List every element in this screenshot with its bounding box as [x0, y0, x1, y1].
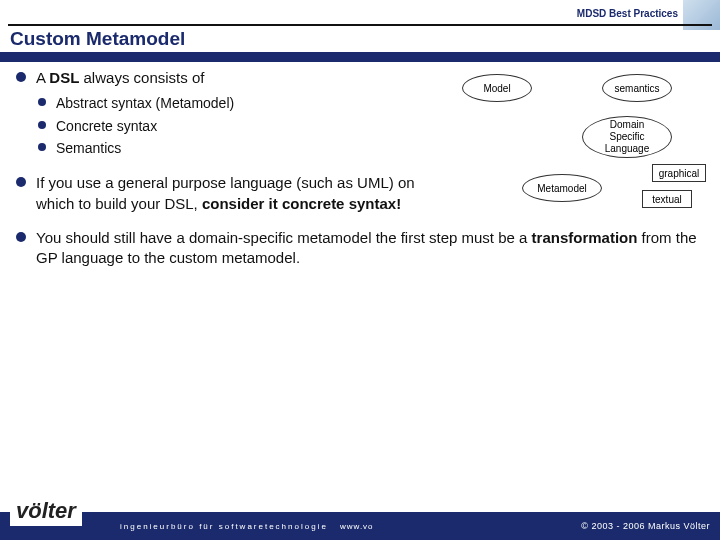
- bullet-3-pre: You should still have a domain-specific …: [36, 229, 532, 246]
- bullet-3: You should still have a domain-specific …: [14, 228, 706, 269]
- logo-text: völter: [16, 498, 76, 523]
- bullet-1-post: always consists of: [79, 69, 204, 86]
- footer-url: www.vo: [340, 522, 374, 531]
- logo: völter: [10, 496, 82, 526]
- slide-title: Custom Metamodel: [10, 28, 185, 50]
- diagram-textual: textual: [642, 190, 692, 208]
- diagram-model: Model: [462, 74, 532, 102]
- bullet-2-bold: consider it concrete syntax!: [202, 195, 401, 212]
- diagram-metamodel: Metamodel: [522, 174, 602, 202]
- diagram-dsl: Domain Specific Language: [582, 116, 672, 158]
- bullet-1-sub-3: Semantics: [36, 137, 416, 159]
- footer-copyright: © 2003 - 2006 Markus Völter: [581, 521, 710, 531]
- bullet-1-sub-1: Abstract syntax (Metamodel): [36, 92, 416, 114]
- bullet-1-sub-2: Concrete syntax: [36, 115, 416, 137]
- slide: MDSD Best Practices Custom Metamodel A D…: [0, 0, 720, 540]
- footer: ingenieurbüro für softwaretechnologie ww…: [0, 512, 720, 540]
- title-underline: [0, 52, 720, 62]
- header-label: MDSD Best Practices: [577, 8, 678, 19]
- bullet-1-bold: DSL: [49, 69, 79, 86]
- bullet-1-pre: A: [36, 69, 49, 86]
- bullet-3-bold: transformation: [532, 229, 638, 246]
- footer-tagline: ingenieurbüro für softwaretechnologie: [120, 522, 328, 531]
- title-divider: [8, 24, 712, 26]
- diagram: Model semantics Domain Specific Language…: [442, 74, 702, 224]
- diagram-semantics: semantics: [602, 74, 672, 102]
- diagram-graphical: graphical: [652, 164, 706, 182]
